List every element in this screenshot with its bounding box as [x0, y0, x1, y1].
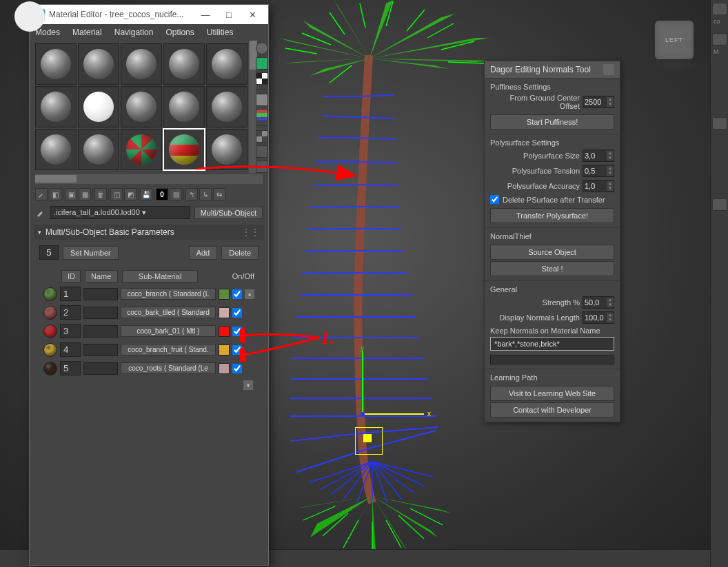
- viewcube[interactable]: LEFT: [655, 21, 694, 59]
- spinner-arrows-icon[interactable]: ▲▼: [607, 298, 614, 307]
- sample-slot[interactable]: [78, 86, 119, 127]
- rollout-header[interactable]: ▾ Multi/Sub-Object Basic Parameters ⋮⋮: [34, 225, 264, 240]
- header-id[interactable]: ID: [61, 270, 81, 282]
- sample-slot[interactable]: [121, 43, 162, 85]
- sample-slot[interactable]: [121, 86, 162, 127]
- onoff-checkbox[interactable]: [232, 364, 242, 373]
- spinner-arrows-icon[interactable]: ▲▼: [607, 151, 614, 161]
- go-parent-icon[interactable]: ↰: [185, 188, 198, 200]
- id-field[interactable]: [60, 342, 81, 357]
- swatch-icon[interactable]: [43, 306, 57, 320]
- maximize-button[interactable]: □: [217, 5, 241, 24]
- pick-icon[interactable]: [35, 207, 46, 218]
- make-unique-icon[interactable]: ◫: [110, 188, 123, 200]
- menu-modes[interactable]: Modes: [35, 28, 60, 37]
- drag-handle-icon[interactable]: ⋮⋮: [242, 227, 260, 237]
- delete-psurface-checkbox[interactable]: [490, 195, 499, 204]
- sample-slot-selected[interactable]: [163, 129, 205, 170]
- add-button[interactable]: Add: [189, 246, 218, 260]
- submaterial-button[interactable]: coco_roots ( Standard (Le: [121, 362, 216, 374]
- name-field[interactable]: [83, 307, 118, 319]
- length-spinner[interactable]: ▲▼: [583, 311, 614, 324]
- sample-slot[interactable]: [163, 86, 205, 127]
- panel-tab[interactable]: [712, 198, 727, 211]
- color-swatch[interactable]: [219, 307, 230, 318]
- tension-input[interactable]: [583, 167, 607, 175]
- name-field[interactable]: [83, 362, 118, 375]
- eyedropper-icon[interactable]: [35, 188, 48, 200]
- menu-options[interactable]: Options: [165, 28, 194, 37]
- set-number-button[interactable]: Set Number: [63, 246, 119, 260]
- select-by-material-icon[interactable]: [256, 161, 268, 173]
- offset-spinner[interactable]: ▲▼: [583, 96, 614, 108]
- color-swatch[interactable]: [219, 326, 230, 337]
- visit-website-button[interactable]: Visit to Learning Web Site: [490, 386, 614, 401]
- id-field[interactable]: [60, 324, 81, 338]
- size-input[interactable]: [583, 152, 607, 160]
- put-to-library-icon[interactable]: ▦: [79, 188, 91, 200]
- sample-slot[interactable]: [35, 86, 77, 127]
- scroll-up-icon[interactable]: ▴: [245, 289, 254, 299]
- swatch-icon[interactable]: [43, 362, 57, 375]
- close-button[interactable]: ✕: [241, 5, 264, 24]
- transfer-polysurface-button[interactable]: Transfer Polysurface!: [490, 208, 614, 223]
- accuracy-input[interactable]: [583, 182, 607, 190]
- delete-button[interactable]: Delete: [221, 246, 259, 260]
- id-field[interactable]: [60, 287, 81, 301]
- spinner-arrows-icon[interactable]: ▲▼: [607, 97, 614, 107]
- assign-material-icon[interactable]: ◧: [49, 188, 61, 200]
- scroll-thumb[interactable]: [35, 175, 77, 183]
- sample-slot[interactable]: [121, 129, 162, 170]
- material-name-field[interactable]: .icifera_tall_a.lod00.lod00 ▾: [50, 206, 190, 219]
- submaterial-button[interactable]: coco_branch_fruit ( Stand.: [121, 344, 216, 355]
- menu-utilities[interactable]: Utilities: [207, 28, 234, 37]
- panel-tab[interactable]: [712, 33, 727, 45]
- submaterial-count-field[interactable]: [39, 245, 59, 260]
- strength-input[interactable]: [583, 298, 607, 307]
- put-to-scene-icon[interactable]: ▣: [65, 188, 77, 200]
- size-spinner[interactable]: ▲▼: [583, 150, 614, 162]
- axis-y[interactable]: [362, 351, 363, 413]
- sample-slot[interactable]: [206, 86, 247, 127]
- sample-slot[interactable]: [35, 129, 77, 170]
- menu-navigation[interactable]: Navigation: [114, 28, 154, 37]
- scroll-down-icon[interactable]: ▾: [243, 380, 253, 390]
- save-icon[interactable]: 💾: [140, 188, 152, 200]
- onoff-checkbox[interactable]: [232, 345, 242, 355]
- strength-spinner[interactable]: ▲▼: [583, 296, 614, 309]
- sample-slot[interactable]: [163, 43, 205, 85]
- source-object-button[interactable]: Source Object: [490, 245, 614, 260]
- show-end-result-icon[interactable]: 0: [156, 188, 168, 200]
- onoff-checkbox[interactable]: [232, 308, 242, 318]
- options-icon[interactable]: [256, 130, 268, 143]
- put-to-scene-icon[interactable]: ◩: [124, 188, 136, 200]
- backlight-icon[interactable]: [256, 57, 268, 70]
- video-color-icon[interactable]: [256, 109, 268, 121]
- onoff-checkbox[interactable]: [232, 289, 242, 299]
- panel-tab[interactable]: [712, 3, 727, 15]
- material-map-icon[interactable]: [256, 145, 268, 158]
- accuracy-spinner[interactable]: ▲▼: [583, 180, 614, 192]
- swatch-icon[interactable]: [43, 324, 57, 338]
- steal-button[interactable]: Steal !: [490, 261, 614, 276]
- panel-close-button[interactable]: [603, 64, 614, 75]
- slots-hscroll[interactable]: [35, 174, 263, 184]
- trash-icon[interactable]: 🗑: [94, 188, 107, 200]
- submaterial-button[interactable]: coco_bark_01 ( Mtl ): [121, 325, 216, 337]
- submaterial-button[interactable]: coco_branch ( Standard (L: [121, 288, 216, 300]
- sample-slot[interactable]: [206, 129, 247, 170]
- sample-slot[interactable]: [78, 129, 119, 170]
- sample-slot[interactable]: [35, 43, 77, 85]
- axis-z[interactable]: [361, 412, 365, 416]
- id-field[interactable]: [60, 305, 81, 320]
- go-forward-icon[interactable]: ↳: [199, 188, 212, 200]
- color-swatch[interactable]: [219, 363, 230, 374]
- start-puffiness-button[interactable]: Start Puffiness!: [490, 114, 614, 130]
- submaterial-button[interactable]: coco_bark_tiled ( Standard: [121, 307, 216, 318]
- material-type-button[interactable]: Multi/Sub-Object: [194, 207, 263, 219]
- header-sub[interactable]: Sub-Material: [122, 270, 198, 282]
- spinner-arrows-icon[interactable]: ▲▼: [607, 313, 614, 322]
- spinner-arrows-icon[interactable]: ▲▼: [607, 181, 614, 191]
- menu-material[interactable]: Material: [72, 28, 102, 37]
- panel-tab[interactable]: [712, 117, 727, 130]
